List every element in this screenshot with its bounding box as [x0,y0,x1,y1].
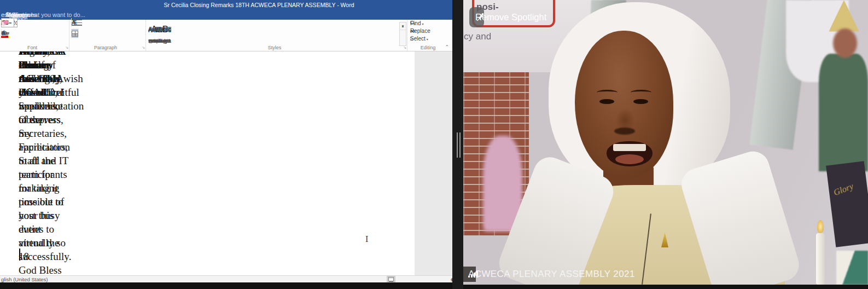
ribbon-tab-bar: esign Layout References Mailings Review … [0,10,452,20]
nun-nostrils [614,128,635,135]
participant-name-label: ACWECA PLENARY ASSEMBLY 2021 [463,267,476,282]
font-dialog-launcher[interactable]: ↘ [65,45,68,50]
web-layout-button[interactable] [387,276,395,282]
show-paragraph-marks-button[interactable]: ¶ [71,18,78,27]
nun-eyebrow [631,90,651,95]
collapse-ribbon-icon[interactable]: ⌃ [445,44,449,50]
banner-text-fragment: cy and [464,31,491,42]
font-color-button[interactable]: A [1,29,8,38]
borders-icon [72,31,78,37]
dark-banner: Glory [826,161,868,247]
candle [816,233,825,285]
nun-teeth [613,144,646,151]
style-item[interactable]: AaBbCcDcStrong [148,22,171,45]
styles-more-button[interactable]: ▼ [400,22,406,30]
word-window: Sr Cecilia Closing Remarks 18TH ACWECA P… [0,0,452,282]
ibeam-cursor [365,234,368,244]
ribbon: ew Ro 13 A▲ A▼ Aa U abc x₂ x² A ab A [0,20,452,51]
font-group: ew Ro 13 A▲ A▼ Aa U abc x₂ x² A ab A [0,20,69,51]
styles-gallery-scroll: ▲ ▼ ▼ [399,22,406,46]
borders-button[interactable] [71,29,78,38]
speaker-nun [533,0,777,285]
paragraph-group: ◂ ▸ A↓ ¶ ↕ Paragraph [70,20,146,51]
paragraph-dialog-launcher[interactable]: ↘ [142,45,145,50]
splitter-handle-icon[interactable] [457,132,461,158]
eraser-icon [1,19,9,26]
web-layout-icon [388,277,394,281]
nun-eyebrow [597,90,617,95]
document-title: Sr Cecilia Closing Remarks 18TH ACWECA P… [137,2,381,8]
styles-dialog-launcher[interactable]: ↘ [403,45,406,50]
clear-formatting-button[interactable] [1,18,8,27]
background-bishop-robe [819,54,868,171]
candle-flame [817,220,824,233]
document-area: Together we are making a difference! Fin… [0,51,452,275]
nun-eye [633,99,648,104]
flag [836,251,868,285]
screen: Sr Cecilia Closing Remarks 18TH ACWECA P… [0,0,868,289]
nun-eye [599,99,614,104]
text-caret [19,248,20,261]
nun-tongue [615,154,644,164]
banner-text-fragment: Glory [832,181,855,198]
pane-splitter[interactable] [452,0,463,289]
language-status[interactable]: glish (United States) [1,276,48,282]
video-pane: posi- cy and Glory [463,0,868,285]
status-bar: glish (United States) − + 170% [0,275,452,282]
styles-group: AaBbCcDc¶ Normal AaBbCcDc¶ No Spac... Aa… [147,20,407,51]
title-bar: Sr Cecilia Closing Remarks 18TH ACWECA P… [0,0,452,10]
remove-spotlight-button[interactable]: Remove Spotlight [469,7,484,27]
document-page[interactable]: Together we are making a difference! Fin… [0,51,415,275]
background-bishop-face [833,28,857,58]
